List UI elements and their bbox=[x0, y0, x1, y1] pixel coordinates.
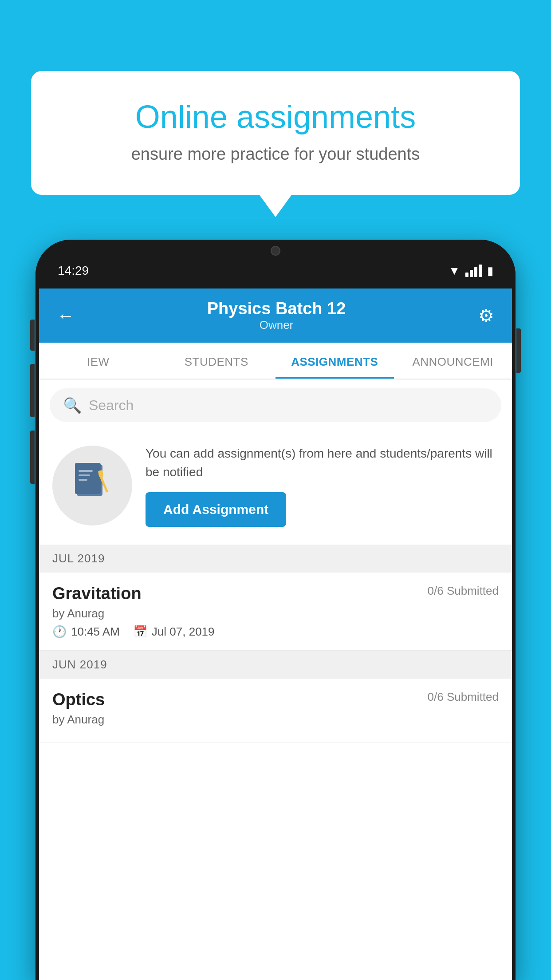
speech-bubble: Online assignments ensure more practice … bbox=[31, 71, 520, 195]
assignment-time: 10:45 AM bbox=[71, 625, 120, 639]
section-jul-2019: JUL 2019 bbox=[39, 545, 512, 573]
header-subtitle: Owner bbox=[207, 318, 346, 332]
search-container: 🔍 Search bbox=[39, 379, 512, 431]
svg-rect-4 bbox=[79, 479, 87, 481]
tab-iew[interactable]: IEW bbox=[39, 343, 157, 379]
assignment-optics[interactable]: Optics 0/6 Submitted by Anurag bbox=[39, 679, 512, 743]
speech-bubble-container: Online assignments ensure more practice … bbox=[31, 71, 520, 195]
search-placeholder: Search bbox=[89, 397, 134, 414]
calendar-icon: 📅 bbox=[133, 625, 147, 639]
assignment-title-gravitation: Gravitation bbox=[52, 584, 142, 603]
assignment-submitted-optics: 0/6 Submitted bbox=[428, 690, 499, 704]
assignment-meta-gravitation: 🕐 10:45 AM 📅 Jul 07, 2019 bbox=[52, 625, 499, 639]
back-button[interactable]: ← bbox=[57, 306, 75, 326]
date-meta: 📅 Jul 07, 2019 bbox=[133, 625, 215, 639]
search-bar[interactable]: 🔍 Search bbox=[50, 388, 501, 422]
svg-rect-2 bbox=[79, 470, 93, 472]
power-button bbox=[516, 328, 521, 373]
tab-announcements[interactable]: ANNOUNCEMI bbox=[394, 343, 512, 379]
status-icons: ▼ ▮ bbox=[449, 264, 493, 278]
bubble-title: Online assignments bbox=[67, 98, 484, 136]
add-assignment-button[interactable]: Add Assignment bbox=[146, 492, 286, 527]
empty-state-description: You can add assignment(s) from here and … bbox=[146, 444, 499, 482]
app-screen: ← Physics Batch 12 Owner ⚙ IEW STUDENTS … bbox=[39, 288, 512, 980]
tab-students[interactable]: STUDENTS bbox=[157, 343, 276, 379]
clock-icon: 🕐 bbox=[52, 625, 67, 639]
header-center: Physics Batch 12 Owner bbox=[207, 299, 346, 332]
tab-assignments[interactable]: ASSIGNMENTS bbox=[276, 343, 394, 379]
wifi-icon: ▼ bbox=[449, 264, 460, 278]
status-bar: 14:29 ▼ ▮ bbox=[35, 240, 516, 288]
volume-up-button bbox=[30, 364, 35, 417]
svg-rect-1 bbox=[75, 463, 101, 494]
battery-icon: ▮ bbox=[487, 264, 493, 278]
assignment-by-gravitation: by Anurag bbox=[52, 607, 499, 620]
section-label-jun: JUN 2019 bbox=[52, 658, 107, 671]
assignment-submitted-gravitation: 0/6 Submitted bbox=[428, 584, 499, 598]
time-meta: 🕐 10:45 AM bbox=[52, 625, 120, 639]
svg-rect-3 bbox=[79, 474, 90, 476]
assignment-icon-circle bbox=[52, 446, 132, 526]
assignment-top-row-optics: Optics 0/6 Submitted bbox=[52, 690, 499, 709]
header-title: Physics Batch 12 bbox=[207, 299, 346, 318]
status-time: 14:29 bbox=[58, 264, 89, 278]
search-icon: 🔍 bbox=[63, 396, 82, 414]
section-label-jul: JUL 2019 bbox=[52, 552, 105, 565]
assignment-top-row: Gravitation 0/6 Submitted bbox=[52, 584, 499, 603]
signal-icon bbox=[465, 265, 482, 277]
mute-button bbox=[30, 320, 35, 351]
assignment-icon bbox=[72, 461, 112, 510]
volume-down-button bbox=[30, 431, 35, 484]
app-header: ← Physics Batch 12 Owner ⚙ bbox=[39, 288, 512, 343]
assignment-title-optics: Optics bbox=[52, 690, 105, 709]
section-jun-2019: JUN 2019 bbox=[39, 651, 512, 679]
empty-state-right: You can add assignment(s) from here and … bbox=[146, 444, 499, 527]
tabs-container: IEW STUDENTS ASSIGNMENTS ANNOUNCEMI bbox=[39, 343, 512, 379]
phone-notch bbox=[236, 240, 315, 262]
settings-icon[interactable]: ⚙ bbox=[478, 305, 494, 326]
assignment-by-optics: by Anurag bbox=[52, 713, 499, 727]
empty-state: You can add assignment(s) from here and … bbox=[39, 431, 512, 545]
assignment-date: Jul 07, 2019 bbox=[152, 625, 215, 639]
bubble-subtitle: ensure more practice for your students bbox=[67, 145, 484, 164]
camera bbox=[271, 246, 280, 256]
assignment-gravitation[interactable]: Gravitation 0/6 Submitted by Anurag 🕐 10… bbox=[39, 573, 512, 651]
phone-frame: 14:29 ▼ ▮ ← Physics Batch 12 Owner bbox=[35, 240, 516, 980]
